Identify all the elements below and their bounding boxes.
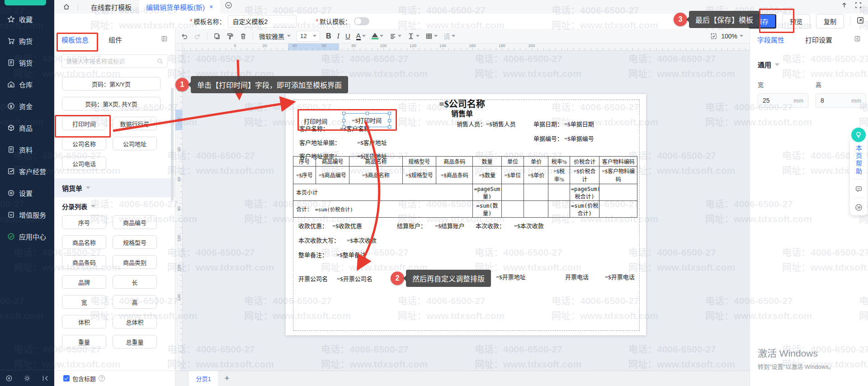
collapse-panel-button[interactable] <box>854 35 861 44</box>
doc-discount-label[interactable]: 收款优惠： <box>298 221 328 230</box>
underline-button[interactable]: U <box>345 32 350 40</box>
doc-seller-value[interactable]: =$销售人员 <box>486 119 516 128</box>
doc-remark-label[interactable]: 整单备注： <box>298 250 328 259</box>
section-general[interactable]: 通用 <box>750 50 868 69</box>
doc-received-value[interactable]: =$本次收款 <box>514 221 544 230</box>
settings-gear-icon[interactable] <box>5 375 13 382</box>
doc-seller-label[interactable]: 销售人员： <box>457 119 486 128</box>
theme-brightness-icon[interactable] <box>24 375 31 382</box>
doc-customer-label[interactable]: 客户名称： <box>299 124 329 133</box>
doc-date-label[interactable]: 单据日期： <box>533 119 563 128</box>
align-button[interactable] <box>389 33 401 40</box>
help-bulb-button[interactable] <box>851 128 866 142</box>
doc-addr1-value[interactable]: =$客户地址 <box>357 138 387 147</box>
sidebar-item-appcenter[interactable]: 应用中心 <box>0 225 54 247</box>
resize-handle[interactable] <box>388 125 391 129</box>
sidebar-item-money[interactable]: 资金 <box>0 95 54 117</box>
field-button[interactable]: 总重量 <box>113 335 157 348</box>
doc-account-value[interactable]: =$结算账户 <box>435 221 465 230</box>
doc-discount-value[interactable]: =$收款优惠 <box>332 221 362 230</box>
save-button[interactable]: 保存 <box>748 14 776 29</box>
field-button[interactable]: 商品条码 <box>62 255 106 269</box>
field-button[interactable]: 总体积 <box>113 315 157 329</box>
add-page-button[interactable]: + <box>218 371 236 386</box>
canvas[interactable]: 打印时间 客户名称： =$客户名称 =$打印时间 <box>183 51 750 371</box>
doc-invoice-phone-value[interactable]: =$开票电话 <box>605 272 635 281</box>
sidebar-item-vas[interactable]: 增值服务 <box>0 204 54 225</box>
font-size-select[interactable]: 12 <box>297 31 320 42</box>
doc-title[interactable]: 销售单 <box>421 108 503 119</box>
sidebar-item-sale[interactable]: 销货 <box>0 52 54 73</box>
doc-number-label[interactable]: 单据编号： <box>533 134 563 143</box>
italic-button[interactable]: I <box>337 32 340 40</box>
field-button[interactable]: 公司电话 <box>62 157 106 170</box>
doc-remark-value[interactable]: =$整单备注 <box>336 250 366 259</box>
bold-button[interactable]: B <box>326 32 331 40</box>
app-logo[interactable] <box>5 0 46 5</box>
sidebar-item-cart[interactable]: 购货 <box>0 30 54 52</box>
tab-print-settings[interactable]: 打印设置 <box>805 35 832 44</box>
template-name-input[interactable] <box>228 15 297 28</box>
tab-components[interactable]: 组件 <box>108 35 122 44</box>
tab-history-button[interactable] <box>225 1 232 11</box>
height-input[interactable]: 8 mm <box>816 93 866 108</box>
copy-button[interactable]: 复制 <box>816 14 844 29</box>
doc-invoice-addr-label[interactable]: 开票地址 <box>448 272 471 281</box>
tab-field-properties[interactable]: 字段属性 <box>757 35 784 44</box>
horizontal-ruler[interactable]: 020406080100120140160180200 <box>183 43 750 51</box>
sidebar-item-customer[interactable]: 客户经营 <box>0 160 54 182</box>
doc-invoice-addr-value[interactable]: =$开票地址 <box>496 272 526 281</box>
field-button[interactable]: 页码：第X页, 共Y页 <box>62 97 160 110</box>
field-search-input[interactable] <box>66 58 157 65</box>
sidebar-item-star[interactable]: 收藏 <box>0 8 54 30</box>
doc-number-value[interactable]: =$单据编号 <box>564 134 594 143</box>
field-button[interactable]: 商品类别 <box>113 255 157 269</box>
field-button[interactable]: 商品编号 <box>113 215 157 229</box>
resize-handle[interactable] <box>342 125 345 129</box>
section-sale-order[interactable]: 销货单 <box>54 178 175 197</box>
zoom-level-select[interactable]: 100% <box>721 33 743 40</box>
font-family-select[interactable]: 微软雅黑 <box>259 32 291 41</box>
field-button[interactable]: 体积 <box>62 315 106 329</box>
field-button[interactable]: 规格型号 <box>113 235 157 249</box>
sidebar-item-settings[interactable]: 设置 <box>0 182 54 204</box>
resize-handle[interactable] <box>366 125 369 129</box>
expand-editor-button[interactable] <box>856 16 864 26</box>
collapse-sidebar-icon[interactable] <box>42 375 49 382</box>
field-button[interactable]: 长 <box>113 275 157 289</box>
doc-received-caps-label[interactable]: 本次收款大写： <box>298 236 340 244</box>
fit-canvas-icon[interactable] <box>710 33 717 40</box>
copy-element-button[interactable] <box>213 33 221 40</box>
field-button[interactable]: 宽 <box>62 295 106 309</box>
collapse-widget-button[interactable] <box>853 202 864 213</box>
panel-scrollbar[interactable] <box>171 88 174 201</box>
fill-color-button[interactable] <box>372 33 383 39</box>
tab-edit-template[interactable]: 编辑销货单模板(新) × <box>139 0 220 14</box>
undo-button[interactable] <box>181 33 188 40</box>
field-button[interactable]: 品牌 <box>62 275 106 289</box>
field-button[interactable]: 序号 <box>62 215 106 229</box>
template-page[interactable]: 打印时间 客户名称： =$客户名称 =$打印时间 <box>286 94 646 335</box>
clear-format-button[interactable]: 请 <box>443 31 455 41</box>
width-input[interactable]: 25 mm <box>758 93 808 108</box>
fullscreen-icon[interactable] <box>855 2 862 9</box>
sidebar-item-warehouse[interactable]: 仓库 <box>0 73 54 95</box>
selected-print-time-field[interactable]: =$打印时间 <box>344 113 390 127</box>
page-help-button[interactable]: 本页帮助 <box>854 145 863 176</box>
table-border-button[interactable] <box>425 33 438 40</box>
doc-items-table[interactable]: 序号商品编号商品名称规格型号商品条码数量单位单价税率%价税合计客户物料编码=$序… <box>293 156 637 218</box>
resize-handle[interactable] <box>388 119 391 122</box>
tab-template-info[interactable]: 模板信息 <box>61 35 89 44</box>
feedback-chat-button[interactable] <box>853 183 864 194</box>
doc-date-value[interactable]: =$单据日期 <box>564 119 594 128</box>
field-button[interactable]: 商品名称 <box>62 235 106 249</box>
doc-account-label[interactable]: 结算账户： <box>397 221 426 230</box>
include-title-checkbox[interactable] <box>63 375 70 381</box>
delete-button[interactable] <box>240 33 247 40</box>
doc-invoice-company-value[interactable]: =$开票公司名 <box>337 274 373 283</box>
resize-handle[interactable] <box>342 112 345 115</box>
doc-received-label[interactable]: 本次收款： <box>476 221 505 230</box>
sidebar-item-goods[interactable]: 商品 <box>0 117 54 138</box>
collapse-panel-button[interactable] <box>161 35 168 44</box>
field-button[interactable]: 公司地址 <box>113 137 157 150</box>
